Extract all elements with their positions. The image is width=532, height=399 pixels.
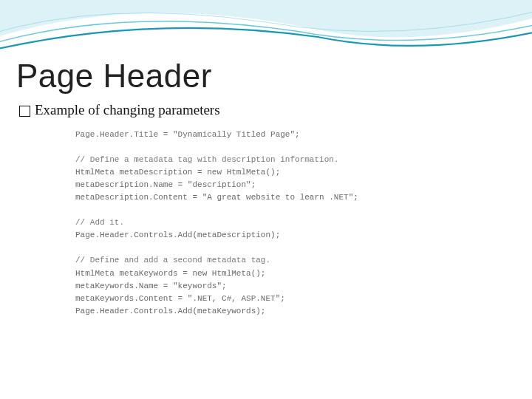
slide-content: Page Header Example of changing paramete… [16,58,516,318]
slide-title: Page Header [16,58,516,95]
bullet-item: Example of changing parameters [19,102,516,118]
code-line: Page.Header.Title = "Dynamically Titled … [75,130,300,139]
code-comment: // Define and add a second metadata tag. [75,256,270,265]
code-snippet: Page.Header.Title = "Dynamically Titled … [75,129,516,318]
code-line: Page.Header.Controls.Add(metaKeywords); [75,307,265,316]
code-line: Page.Header.Controls.Add(metaDescription… [75,231,280,239]
code-line: HtmlMeta metaDescription = new HtmlMeta(… [75,168,280,177]
code-line: metaDescription.Name = "description"; [75,180,256,189]
code-line: HtmlMeta metaKeywords = new HtmlMeta(); [75,269,265,278]
code-line: metaKeywords.Content = ".NET, C#, ASP.NE… [75,294,285,303]
square-bullet-icon [19,106,30,117]
bullet-text: Example of changing parameters [35,102,220,118]
code-comment: // Define a metadata tag with descriptio… [75,155,338,164]
code-comment: // Add it. [75,218,124,227]
code-line: metaDescription.Content = "A great websi… [75,193,358,202]
code-line: metaKeywords.Name = "keywords"; [75,282,227,290]
